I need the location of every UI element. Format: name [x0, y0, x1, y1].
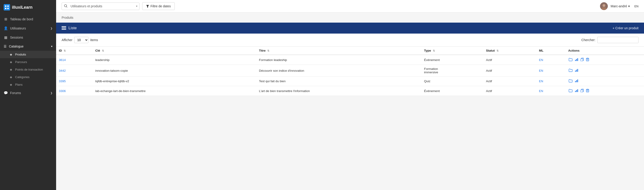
ml-badge[interactable]: EN [539, 89, 543, 93]
svg-rect-27 [577, 69, 578, 72]
sidebar-subitem-points[interactable]: ◈ Points de transaction [0, 66, 56, 73]
cell-id: 3614 [56, 55, 92, 65]
svg-rect-29 [576, 80, 577, 82]
chart-action-icon[interactable] [574, 58, 579, 62]
cell-statut: Actif [483, 86, 536, 96]
cell-titre: Formation leadeship [256, 55, 422, 65]
svg-rect-15 [576, 59, 577, 61]
utilisateurs-arrow: ❯ [50, 27, 52, 30]
col-actions: Actions [566, 47, 644, 55]
table-row: 3395 tqfdb-entreprise-tqfdb-v2 Test qui … [56, 77, 644, 86]
items-label: items [90, 38, 98, 42]
cell-titre: Découvrir son indice d'innovation [256, 65, 422, 77]
copy-action-icon[interactable] [580, 88, 584, 94]
sort-statut-icon[interactable]: ⇅ [496, 49, 498, 52]
search-dropdown-arrow[interactable]: ▾ [134, 3, 139, 9]
chart-action-icon[interactable] [574, 89, 579, 94]
svg-rect-3 [7, 8, 9, 9]
list-title-area: Liste [62, 26, 77, 30]
user-name-dropdown[interactable]: Marc-andré ▾ [610, 4, 630, 8]
table-search-input[interactable] [597, 37, 638, 43]
forums-arrow: ❯ [50, 92, 52, 95]
sort-id-icon[interactable]: ⇅ [64, 49, 66, 52]
breadcrumb: Produits [56, 12, 644, 23]
cell-ml: EN [536, 55, 566, 65]
cell-actions [566, 86, 644, 96]
page-content: Produits Liste + Créer un produit [56, 12, 644, 190]
col-statut: Statut ⇅ [483, 47, 536, 55]
folder-action-icon[interactable] [568, 58, 573, 62]
id-link[interactable]: 3306 [59, 89, 66, 93]
cell-cle: tqfdb-entreprise-tqfdb-v2 [92, 77, 256, 86]
sidebar-subitem-plans[interactable]: ◈ Plans [0, 81, 56, 88]
avatar [600, 2, 608, 10]
delete-action-icon[interactable] [586, 88, 590, 94]
table-controls: Afficher 10 25 50 100 items Chercher: [56, 34, 644, 46]
sort-cle-icon[interactable]: ⇅ [102, 49, 104, 52]
chart-action-icon[interactable] [574, 79, 579, 84]
col-statut-label: Statut [486, 49, 495, 52]
cell-titre: Test qui fait du bien [256, 77, 422, 86]
filter-dates-button[interactable]: Filtre de dates [142, 2, 175, 10]
cell-ml: EN [536, 77, 566, 86]
language-selector[interactable]: EN [634, 4, 638, 8]
user-name-text: Marc-andré [610, 4, 627, 8]
ml-badge[interactable]: EN [539, 69, 543, 72]
svg-line-5 [66, 7, 67, 7]
sidebar-item-tableau-de-bord[interactable]: ⊞ Tableau de bord [0, 15, 56, 24]
svg-rect-18 [581, 59, 583, 61]
sort-type-icon[interactable]: ⇅ [433, 49, 435, 52]
produits-icon: ◈ [9, 53, 13, 56]
filter-icon [146, 5, 149, 8]
id-link[interactable]: 3614 [59, 58, 66, 62]
sidebar-label-parcours: Parcours [15, 60, 27, 64]
id-link[interactable]: 3442 [59, 69, 66, 72]
sidebar-item-sessions[interactable]: ▦ Sessions [0, 33, 56, 42]
main-content: Utilisateurs et produits ▾ Filtre de dat… [56, 0, 644, 190]
sidebar-label-categories: Catégories [15, 75, 30, 79]
col-ml-label: ML [539, 49, 544, 52]
svg-rect-25 [575, 71, 576, 72]
id-link[interactable]: 3395 [59, 80, 66, 83]
cell-cle: leadership [92, 55, 256, 65]
col-id-label: ID [59, 49, 62, 52]
create-product-button[interactable]: + Créer un produit [612, 26, 638, 30]
chart-action-icon[interactable] [574, 68, 579, 73]
dashboard-icon: ⊞ [4, 17, 8, 21]
items-per-page-select[interactable]: 10 25 50 100 [74, 37, 88, 43]
folder-action-icon[interactable] [568, 68, 573, 73]
list-icon [62, 26, 66, 30]
sidebar-subitem-produits[interactable]: ◈ Produits [0, 51, 56, 58]
ml-badge[interactable]: EN [539, 80, 543, 83]
sidebar-subitem-categories[interactable]: ◈ Catégories [0, 73, 56, 81]
col-cle-label: Clé [95, 49, 100, 52]
col-titre: Titre ⇅ [256, 47, 422, 55]
search-submit-button[interactable] [62, 3, 70, 10]
cell-actions [566, 65, 644, 77]
sidebar-subitem-parcours[interactable]: ◈ Parcours [0, 58, 56, 66]
svg-rect-14 [575, 60, 576, 61]
sidebar-item-forums[interactable]: 💬 Forums ❯ [0, 88, 56, 97]
products-table: ID ⇅ Clé ⇅ Titre ⇅ Type [56, 46, 644, 96]
catalogue-icon: ☰ [4, 45, 7, 48]
svg-rect-13 [62, 26, 62, 27]
sidebar-item-catalogue[interactable]: ☰ Catalogue ▾ [0, 42, 56, 51]
cell-actions [566, 55, 644, 65]
sort-titre-icon[interactable]: ⇅ [267, 49, 269, 52]
action-icons [568, 79, 641, 84]
action-icons [568, 88, 641, 94]
app-logo[interactable]: illuxiLearn [0, 0, 56, 15]
svg-point-8 [602, 4, 605, 7]
cell-id: 3395 [56, 77, 92, 86]
list-header: Liste + Créer un produit [56, 23, 644, 34]
ml-badge[interactable]: EN [539, 58, 543, 62]
copy-action-icon[interactable] [580, 57, 584, 62]
delete-action-icon[interactable] [586, 57, 590, 62]
folder-action-icon[interactable] [568, 79, 573, 84]
folder-action-icon[interactable] [568, 89, 573, 94]
sidebar-item-utilisateurs[interactable]: 👤 Utilisateurs ❯ [0, 24, 56, 33]
sidebar-label-forums: Forums [10, 91, 21, 95]
cell-ml: EN [536, 86, 566, 96]
logo-icon [4, 4, 10, 10]
col-type: Type ⇅ [422, 47, 483, 55]
